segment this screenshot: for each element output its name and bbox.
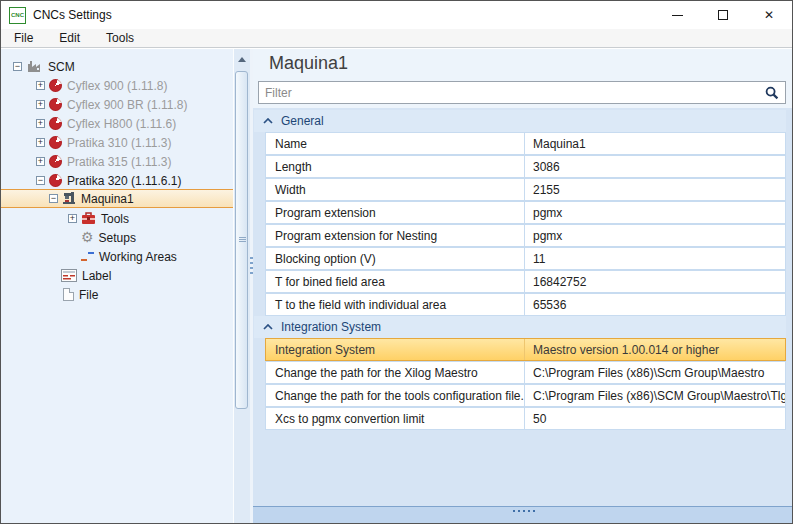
machine-disc-icon: [49, 136, 62, 149]
minimize-icon: [672, 15, 683, 16]
tree-item-maquina1[interactable]: Maquina1: [1, 189, 233, 208]
close-button[interactable]: ✕: [746, 1, 792, 29]
property-row[interactable]: Change the path for the tools configurat…: [265, 384, 786, 407]
property-value[interactable]: 16842752: [524, 271, 785, 292]
property-row[interactable]: Width 2155: [265, 178, 786, 201]
property-row[interactable]: Length 3086: [265, 155, 786, 178]
chevron-up-icon: [263, 118, 273, 124]
scrollbar-grip-icon: [239, 237, 246, 243]
tree-item-label: Setups: [99, 231, 136, 245]
property-label: Xcs to pgmx convertion limit: [266, 408, 524, 429]
expand-icon[interactable]: [36, 119, 45, 128]
tree-item-label: Pratika 320 (1.11.6.1): [67, 174, 182, 188]
close-icon: ✕: [764, 9, 774, 21]
page-title: Maquina1: [269, 53, 348, 74]
collapse-icon[interactable]: [49, 194, 58, 203]
property-value[interactable]: pgmx: [524, 225, 785, 246]
tree-item-label-node[interactable]: Label: [1, 266, 233, 285]
tree-item-file-node[interactable]: File: [1, 285, 233, 304]
property-value[interactable]: 65536: [524, 294, 785, 315]
property-value[interactable]: C:\Program Files (x86)\Scm Group\Maestro: [524, 362, 785, 383]
expand-icon[interactable]: [36, 157, 45, 166]
property-row[interactable]: T to the field with individual area 6553…: [265, 293, 786, 316]
tree-item-scm[interactable]: SCM: [1, 57, 233, 76]
property-value[interactable]: Maquina1: [524, 133, 785, 154]
category-label: Integration System: [281, 320, 381, 334]
property-value[interactable]: C:\Program Files (x86)\SCM Group\Maestro…: [524, 385, 785, 406]
collapse-icon[interactable]: [36, 176, 45, 185]
property-row[interactable]: Name Maquina1: [265, 132, 786, 155]
tree-item-cyflex-900br[interactable]: Cyflex 900 BR (1.11.8): [1, 95, 233, 114]
expand-icon[interactable]: [68, 214, 77, 223]
menu-edit[interactable]: Edit: [46, 29, 93, 47]
category-label: General: [281, 114, 324, 128]
bottom-splitter[interactable]: [253, 506, 792, 523]
tree-item-pratika-310[interactable]: Pratika 310 (1.11.3): [1, 133, 233, 152]
property-value[interactable]: 3086: [524, 156, 785, 177]
tree-item-pratika-315[interactable]: Pratika 315 (1.11.3): [1, 152, 233, 171]
window-title: CNCs Settings: [33, 8, 112, 22]
property-label: T for bined field area: [266, 271, 524, 292]
tree-item-cyflex-h800[interactable]: Cyflex H800 (1.11.6): [1, 114, 233, 133]
menu-file[interactable]: File: [1, 29, 46, 47]
property-label: T to the field with individual area: [266, 294, 524, 315]
property-label: Integration System: [266, 339, 524, 360]
search-icon: [765, 86, 779, 100]
property-label: Program extension for Nesting: [266, 225, 524, 246]
gear-icon: ⚙: [81, 231, 94, 244]
property-row[interactable]: Program extension for Nesting pgmx: [265, 224, 786, 247]
machine-disc-icon: [49, 79, 62, 92]
tree-scrollbar[interactable]: [233, 49, 250, 523]
property-row[interactable]: Blocking option (V) 11: [265, 247, 786, 270]
menu-tools[interactable]: Tools: [93, 29, 147, 47]
scrollbar-thumb[interactable]: [235, 71, 248, 409]
toolbox-icon: [81, 212, 96, 225]
tree-item-label: Pratika 310 (1.11.3): [67, 136, 172, 150]
machine-disc-icon: [49, 117, 62, 130]
app-window: CNC CNCs Settings ✕ File Edit Tools SCM: [0, 0, 793, 524]
tree-item-label: File: [79, 288, 98, 302]
property-row[interactable]: Change the path for the Xilog Maestro C:…: [265, 361, 786, 384]
category-general[interactable]: General: [254, 110, 786, 132]
property-row-selected[interactable]: Integration System Maestro version 1.00.…: [265, 338, 786, 361]
property-value[interactable]: Maestro version 1.00.014 or higher: [524, 339, 785, 360]
machine-disc-icon: [49, 174, 62, 187]
filter-input[interactable]: [259, 86, 765, 100]
property-label: Change the path for the Xilog Maestro: [266, 362, 524, 383]
tree-item-setups[interactable]: ⚙ Setups: [1, 228, 233, 247]
machine-disc-icon: [49, 155, 62, 168]
label-icon: [61, 269, 77, 282]
category-integration-system[interactable]: Integration System: [254, 316, 786, 338]
expand-icon[interactable]: [36, 100, 45, 109]
file-icon: [63, 288, 74, 301]
property-label: Name: [266, 133, 524, 154]
window-controls: ✕: [654, 1, 792, 29]
scroll-up-icon[interactable]: [234, 53, 250, 65]
property-value[interactable]: 50: [524, 408, 785, 429]
tree-item-working-areas[interactable]: Working Areas: [1, 247, 233, 266]
working-areas-icon: [81, 250, 94, 263]
tree-item-cyflex-900[interactable]: Cyflex 900 (1.11.8): [1, 76, 233, 95]
tree-item-label: Pratika 315 (1.11.3): [67, 155, 172, 169]
tree-item-label: Tools: [101, 212, 129, 226]
tree-item-label: Label: [82, 269, 111, 283]
property-value[interactable]: 11: [524, 248, 785, 269]
expand-icon[interactable]: [36, 138, 45, 147]
property-row[interactable]: Xcs to pgmx convertion limit 50: [265, 407, 786, 430]
property-row[interactable]: Program extension pgmx: [265, 201, 786, 224]
property-value[interactable]: pgmx: [524, 202, 785, 223]
tree-item-label: Cyflex 900 (1.11.8): [67, 79, 168, 93]
property-row[interactable]: T for bined field area 16842752: [265, 270, 786, 293]
collapse-icon[interactable]: [13, 62, 22, 71]
expand-icon[interactable]: [36, 81, 45, 90]
tree-item-tools[interactable]: Tools: [1, 209, 233, 228]
tree-item-pratika-320[interactable]: Pratika 320 (1.11.6.1): [1, 171, 233, 190]
maximize-icon: [718, 10, 728, 20]
property-value[interactable]: 2155: [524, 179, 785, 200]
maximize-button[interactable]: [700, 1, 746, 29]
tree-item-label: Cyflex H800 (1.11.6): [67, 117, 176, 131]
filter-box: [258, 81, 786, 104]
property-label: Blocking option (V): [266, 248, 524, 269]
machine-disc-icon: [49, 98, 62, 111]
minimize-button[interactable]: [654, 1, 700, 29]
